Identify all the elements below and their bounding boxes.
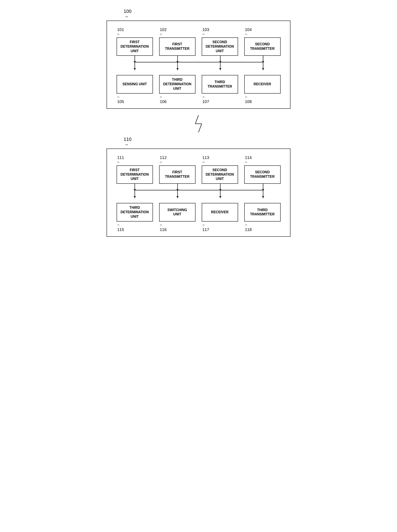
unit108-label: RECEIVER (254, 82, 271, 86)
unit103-squiggle: ~ (202, 32, 205, 36)
unit112-squiggle: ~ (160, 160, 162, 164)
svg-marker-16 (262, 68, 264, 70)
unit106-squiggle: ~ (160, 95, 162, 99)
unit103-box: SECONDDETERMINATIONUNIT (202, 37, 238, 56)
unit104-box: SECONDTRANSMITTER (244, 37, 281, 56)
svg-line-17 (195, 115, 198, 124)
unit102-ref: 102 (160, 27, 167, 32)
svg-marker-34 (219, 196, 221, 198)
unit103-ref: 103 (202, 27, 209, 32)
unit102-box: FIRSTTRANSMITTER (159, 37, 196, 56)
unit118-ref: 118 (245, 227, 252, 232)
svg-marker-14 (219, 68, 221, 70)
unit106-ref: 106 (160, 99, 167, 104)
unit116-box: SWITCHINGUNIT (159, 203, 196, 221)
unit118-label: THIRDTRANSMITTER (250, 208, 275, 217)
unit103-label: SECONDDETERMINATIONUNIT (205, 40, 234, 53)
svg-marker-12 (176, 68, 179, 70)
unit115-box: THIRDDETERMINATIONUNIT (117, 203, 153, 221)
unit114-box: SECONDTRANSMITTER (244, 165, 281, 184)
unit101-squiggle: ~ (117, 32, 120, 36)
unit105-ref: 105 (117, 99, 124, 104)
device2-ref-label: 110 (124, 137, 131, 142)
unit111-ref: 111 (117, 155, 124, 160)
unit102-squiggle: ~ (160, 32, 162, 36)
unit105-label: SENSING UNIT (123, 82, 147, 86)
svg-line-19 (198, 124, 202, 132)
unit112-label: FIRSTTRANSMITTER (165, 170, 190, 179)
unit118-box: THIRDTRANSMITTER (244, 203, 281, 221)
unit115-squiggle: ~ (117, 223, 120, 227)
unit101-label: FIRSTDETERMINATIONUNIT (120, 40, 149, 53)
unit108-box: RECEIVER (244, 75, 281, 93)
device1-ref-label: 100 (124, 9, 131, 14)
unit108-squiggle: ~ (245, 95, 247, 99)
unit117-box: RECEIVER (202, 203, 238, 221)
unit114-squiggle: ~ (245, 160, 247, 164)
unit108-ref: 108 (245, 99, 252, 104)
unit104-ref: 104 (245, 27, 252, 32)
unit105-box: SENSING UNIT (117, 75, 153, 93)
device1-box: 101 ~ 102 ~ 103 ~ 104 ~ FIRSTDETERMINATI… (106, 20, 291, 109)
unit106-label: THIRDDETERMINATIONUNIT (163, 78, 191, 91)
unit101-ref: 101 (117, 27, 124, 32)
unit117-label: RECEIVER (211, 210, 229, 215)
unit116-label: SWITCHINGUNIT (167, 208, 187, 217)
unit104-squiggle: ~ (245, 32, 247, 36)
unit118-squiggle: ~ (245, 223, 247, 227)
unit111-squiggle: ~ (117, 160, 120, 164)
unit111-label: FIRSTDETERMINATIONUNIT (120, 168, 149, 181)
unit105-squiggle: ~ (117, 95, 120, 99)
unit113-squiggle: ~ (202, 160, 205, 164)
device2-box: 111 ~ 112 ~ 113 ~ 114 ~ FIRSTDETERMINATI… (106, 149, 291, 237)
unit107-ref: 107 (202, 99, 209, 104)
unit116-ref: 116 (160, 227, 167, 232)
unit113-ref: 113 (202, 155, 209, 160)
device2-arrows (113, 184, 285, 203)
lightning-bolt (192, 115, 205, 132)
svg-marker-36 (262, 196, 264, 198)
unit101-box: FIRSTDETERMINATIONUNIT (117, 37, 153, 56)
device2-squiggle: ~ (125, 142, 128, 148)
unit104-label: SECONDTRANSMITTER (250, 42, 275, 51)
unit107-squiggle: ~ (202, 95, 205, 99)
unit106-box: THIRDDETERMINATIONUNIT (159, 75, 196, 93)
svg-marker-32 (176, 196, 179, 198)
unit112-ref: 112 (160, 155, 167, 160)
unit117-ref: 117 (202, 227, 209, 232)
unit113-box: SECONDDETERMINATIONUNIT (202, 165, 238, 184)
unit113-label: SECONDDETERMINATIONUNIT (205, 168, 234, 181)
unit107-label: THIRDTRANSMITTER (207, 80, 232, 89)
unit112-box: FIRSTTRANSMITTER (159, 165, 196, 184)
svg-marker-10 (134, 68, 136, 70)
unit102-label: FIRSTTRANSMITTER (165, 42, 190, 51)
unit116-squiggle: ~ (160, 223, 162, 227)
unit115-ref: 115 (117, 227, 124, 232)
unit115-label: THIRDDETERMINATIONUNIT (120, 206, 149, 219)
unit114-label: SECONDTRANSMITTER (250, 170, 275, 179)
unit107-box: THIRDTRANSMITTER (202, 75, 238, 93)
unit111-box: FIRSTDETERMINATIONUNIT (117, 165, 153, 184)
diagram-wrapper: 100 ~ 101 ~ 102 ~ 103 ~ 104 ~ (102, 9, 295, 239)
device1-squiggle: ~ (125, 14, 128, 20)
svg-marker-30 (134, 196, 136, 198)
unit117-squiggle: ~ (202, 223, 205, 227)
unit114-ref: 114 (245, 155, 252, 160)
device1-arrows (113, 56, 285, 75)
